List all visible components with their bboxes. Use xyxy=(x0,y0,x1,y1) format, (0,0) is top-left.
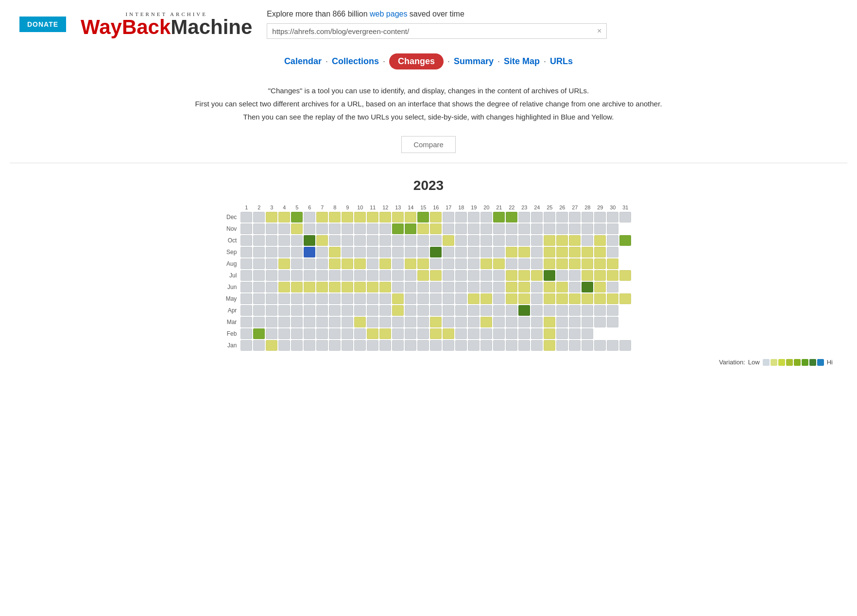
day-cell[interactable] xyxy=(506,317,517,327)
day-cell[interactable] xyxy=(291,235,303,246)
day-cell[interactable] xyxy=(493,258,505,269)
day-cell[interactable] xyxy=(367,258,378,269)
day-cell[interactable] xyxy=(342,317,353,327)
day-cell[interactable] xyxy=(266,258,277,269)
day-cell[interactable] xyxy=(443,235,454,246)
day-cell[interactable] xyxy=(354,340,366,351)
day-cell[interactable] xyxy=(304,223,315,234)
day-cell[interactable] xyxy=(430,235,442,246)
day-cell[interactable] xyxy=(569,247,581,257)
day-cell[interactable] xyxy=(342,258,353,269)
day-cell[interactable] xyxy=(316,282,328,292)
day-cell[interactable] xyxy=(556,305,568,316)
day-cell[interactable] xyxy=(518,247,530,257)
day-cell[interactable] xyxy=(619,282,631,292)
day-cell[interactable] xyxy=(582,247,593,257)
day-cell[interactable] xyxy=(354,282,366,292)
day-cell[interactable] xyxy=(304,258,315,269)
day-cell[interactable] xyxy=(278,317,290,327)
day-cell[interactable] xyxy=(594,235,606,246)
day-cell[interactable] xyxy=(329,223,341,234)
day-cell[interactable] xyxy=(379,328,391,339)
day-cell[interactable] xyxy=(253,328,265,339)
day-cell[interactable] xyxy=(316,328,328,339)
day-cell[interactable] xyxy=(430,282,442,292)
day-cell[interactable] xyxy=(266,247,277,257)
day-cell[interactable] xyxy=(607,247,618,257)
day-cell[interactable] xyxy=(291,282,303,292)
day-cell[interactable] xyxy=(342,270,353,281)
day-cell[interactable] xyxy=(367,282,378,292)
day-cell[interactable] xyxy=(304,270,315,281)
day-cell[interactable] xyxy=(582,282,593,292)
day-cell[interactable] xyxy=(443,328,454,339)
day-cell[interactable] xyxy=(430,305,442,316)
day-cell[interactable] xyxy=(619,305,631,316)
day-cell[interactable] xyxy=(367,223,378,234)
day-cell[interactable] xyxy=(240,223,252,234)
day-cell[interactable] xyxy=(582,223,593,234)
day-cell[interactable] xyxy=(443,305,454,316)
day-cell[interactable] xyxy=(544,258,555,269)
day-cell[interactable] xyxy=(480,305,492,316)
day-cell[interactable] xyxy=(619,247,631,257)
day-cell[interactable] xyxy=(480,270,492,281)
day-cell[interactable] xyxy=(619,293,631,304)
day-cell[interactable] xyxy=(493,212,505,222)
day-cell[interactable] xyxy=(594,223,606,234)
day-cell[interactable] xyxy=(569,317,581,327)
day-cell[interactable] xyxy=(367,328,378,339)
day-cell[interactable] xyxy=(531,305,543,316)
day-cell[interactable] xyxy=(518,270,530,281)
web-pages-link[interactable]: web pages xyxy=(370,10,407,18)
day-cell[interactable] xyxy=(493,340,505,351)
day-cell[interactable] xyxy=(455,305,467,316)
day-cell[interactable] xyxy=(367,340,378,351)
day-cell[interactable] xyxy=(291,258,303,269)
day-cell[interactable] xyxy=(342,328,353,339)
day-cell[interactable] xyxy=(266,212,277,222)
day-cell[interactable] xyxy=(582,293,593,304)
day-cell[interactable] xyxy=(291,317,303,327)
day-cell[interactable] xyxy=(443,317,454,327)
day-cell[interactable] xyxy=(253,235,265,246)
day-cell[interactable] xyxy=(531,212,543,222)
day-cell[interactable] xyxy=(405,328,416,339)
day-cell[interactable] xyxy=(506,282,517,292)
day-cell[interactable] xyxy=(430,340,442,351)
day-cell[interactable] xyxy=(506,247,517,257)
day-cell[interactable] xyxy=(329,270,341,281)
day-cell[interactable] xyxy=(278,305,290,316)
day-cell[interactable] xyxy=(531,223,543,234)
day-cell[interactable] xyxy=(253,340,265,351)
day-cell[interactable] xyxy=(556,258,568,269)
day-cell[interactable] xyxy=(506,258,517,269)
day-cell[interactable] xyxy=(455,235,467,246)
day-cell[interactable] xyxy=(619,328,631,339)
day-cell[interactable] xyxy=(569,270,581,281)
day-cell[interactable] xyxy=(607,282,618,292)
day-cell[interactable] xyxy=(480,328,492,339)
day-cell[interactable] xyxy=(455,270,467,281)
day-cell[interactable] xyxy=(240,247,252,257)
day-cell[interactable] xyxy=(430,317,442,327)
day-cell[interactable] xyxy=(480,293,492,304)
day-cell[interactable] xyxy=(556,270,568,281)
day-cell[interactable] xyxy=(266,340,277,351)
day-cell[interactable] xyxy=(304,247,315,257)
day-cell[interactable] xyxy=(417,317,429,327)
day-cell[interactable] xyxy=(354,258,366,269)
day-cell[interactable] xyxy=(266,223,277,234)
day-cell[interactable] xyxy=(493,270,505,281)
day-cell[interactable] xyxy=(405,282,416,292)
day-cell[interactable] xyxy=(316,305,328,316)
day-cell[interactable] xyxy=(329,247,341,257)
day-cell[interactable] xyxy=(240,293,252,304)
day-cell[interactable] xyxy=(468,223,480,234)
day-cell[interactable] xyxy=(392,293,404,304)
day-cell[interactable] xyxy=(266,328,277,339)
clear-button[interactable]: × xyxy=(597,27,601,35)
day-cell[interactable] xyxy=(493,235,505,246)
day-cell[interactable] xyxy=(278,293,290,304)
day-cell[interactable] xyxy=(531,340,543,351)
